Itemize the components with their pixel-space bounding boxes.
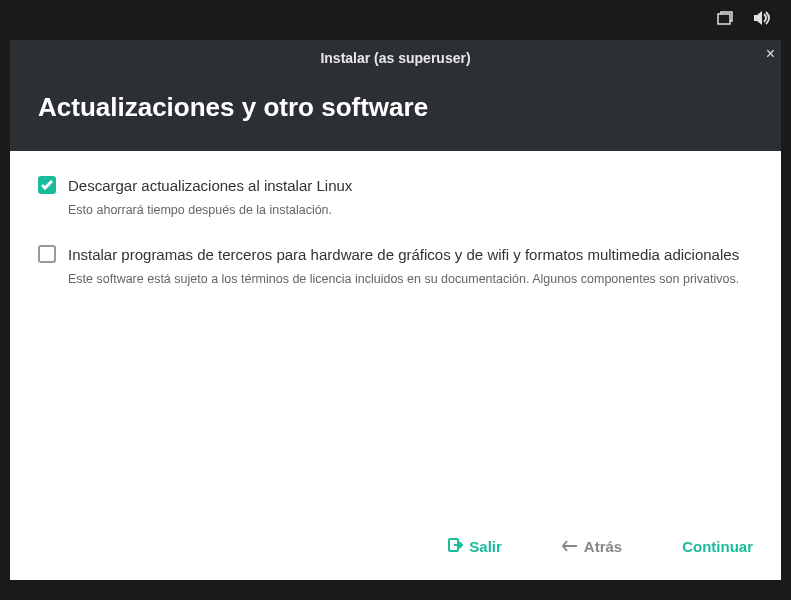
page-heading: Actualizaciones y otro software [10, 74, 781, 151]
installer-window: Instalar (as superuser) × Actualizacione… [10, 40, 781, 580]
option-label[interactable]: Instalar programas de terceros para hard… [68, 244, 739, 265]
checkbox-third-party[interactable] [38, 245, 56, 263]
option-description: Este software está sujeto a los términos… [68, 271, 753, 289]
quit-button[interactable]: Salir [447, 537, 502, 556]
content-area: Descargar actualizaciones al instalar Li… [10, 151, 781, 521]
option-download-updates: Descargar actualizaciones al instalar Li… [38, 175, 753, 220]
window-title: Instalar (as superuser) [10, 40, 781, 74]
svg-rect-0 [718, 14, 730, 24]
back-button[interactable]: Atrás [562, 537, 622, 556]
back-label: Atrás [584, 538, 622, 555]
close-icon[interactable]: × [766, 46, 775, 62]
option-description: Esto ahorrará tiempo después de la insta… [68, 202, 753, 220]
footer-buttons: Salir Atrás Continuar [10, 521, 781, 580]
window-header: Instalar (as superuser) × Actualizacione… [10, 40, 781, 151]
arrow-left-icon [562, 538, 578, 555]
exit-icon [447, 537, 463, 556]
checkbox-download-updates[interactable] [38, 176, 56, 194]
continue-button[interactable]: Continuar [682, 537, 753, 556]
system-topbar [0, 0, 791, 40]
continue-label: Continuar [682, 538, 753, 555]
option-third-party: Instalar programas de terceros para hard… [38, 244, 753, 289]
window-restore-icon[interactable] [717, 11, 733, 29]
volume-icon[interactable] [753, 10, 771, 30]
quit-label: Salir [469, 538, 502, 555]
option-label[interactable]: Descargar actualizaciones al instalar Li… [68, 175, 352, 196]
